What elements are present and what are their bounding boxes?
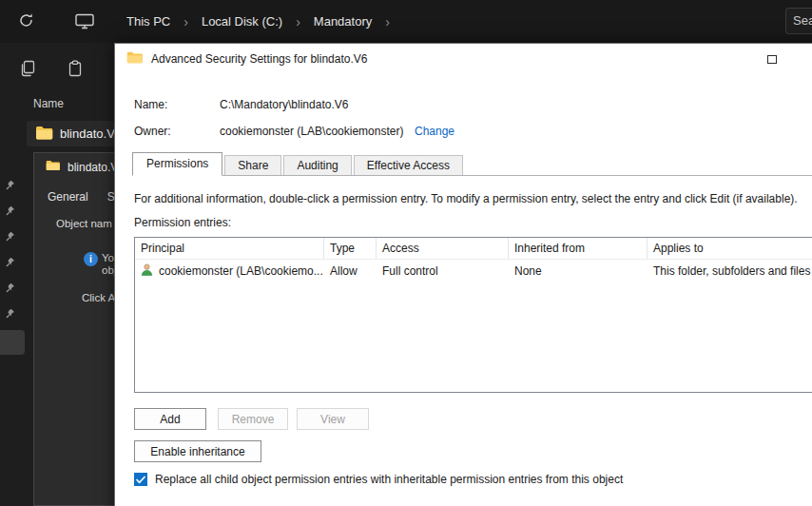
explorer-window: This PC › Local Disk (C:) › Mandatory › …	[0, 0, 812, 506]
address-bar: This PC › Local Disk (C:) › Mandatory › …	[0, 0, 812, 43]
permission-entries-label: Permission entries:	[134, 216, 231, 229]
pin-icon	[5, 254, 15, 264]
enable-inheritance-button[interactable]: Enable inheritance	[134, 440, 261, 462]
breadcrumb-local-disk[interactable]: Local Disk (C:)	[202, 14, 282, 29]
tab-share[interactable]: Share	[224, 155, 281, 175]
owner-value: cookiemonster (LAB\cookiemonster)	[220, 125, 403, 138]
column-header-access[interactable]: Access	[377, 238, 509, 259]
column-header-type[interactable]: Type	[324, 238, 377, 259]
refresh-icon[interactable]	[18, 12, 35, 29]
change-owner-link[interactable]: Change	[415, 125, 454, 138]
dialog-tabs: Permissions Share Auditing Effective Acc…	[132, 154, 812, 176]
table-header-row: Principal Type Access Inherited from App…	[135, 238, 812, 260]
breadcrumb-this-pc[interactable]: This PC	[126, 14, 170, 29]
object-name-label: Object nam	[56, 218, 112, 229]
column-header-principal[interactable]: Principal	[135, 238, 324, 259]
pin-icon	[5, 203, 15, 213]
column-header-name[interactable]: Name	[33, 97, 64, 110]
properties-dialog-title: blindato.V	[68, 161, 118, 174]
maximize-icon	[767, 55, 777, 64]
advanced-security-dialog: Advanced Security Settings for blindato.…	[114, 43, 812, 506]
this-pc-icon[interactable]	[75, 13, 94, 29]
nav-selected-item[interactable]	[0, 330, 25, 355]
replace-permissions-checkbox[interactable]	[134, 473, 147, 486]
breadcrumb-chevron-icon[interactable]: ›	[296, 15, 300, 29]
tab-auditing[interactable]: Auditing	[283, 155, 351, 175]
name-value: C:\Mandatory\blindato.V6	[220, 98, 348, 111]
breadcrumb-chevron-icon[interactable]: ›	[385, 15, 390, 29]
table-row[interactable]: cookiemonster (LAB\cookiemo... Allow Ful…	[135, 260, 812, 282]
name-label: Name:	[134, 98, 167, 111]
column-header-applies-to[interactable]: Applies to	[648, 238, 812, 259]
search-input[interactable]: Sea	[785, 8, 812, 34]
remove-button: Remove	[218, 408, 288, 430]
column-header-inherited-from[interactable]: Inherited from	[509, 238, 648, 259]
view-button: View	[297, 408, 369, 430]
breadcrumb-chevron-icon[interactable]: ›	[184, 15, 188, 29]
file-item-blindato[interactable]: blindato.V6	[27, 121, 116, 146]
dialog-titlebar: Advanced Security Settings for blindato.…	[126, 51, 367, 67]
breadcrumb-mandatory[interactable]: Mandatory	[314, 14, 372, 29]
pin-icon	[5, 177, 15, 187]
tab-general[interactable]: General	[48, 190, 88, 204]
properties-dialog-titlebar: blindato.V	[46, 160, 118, 174]
folder-icon	[126, 51, 143, 67]
user-icon	[140, 263, 154, 280]
permission-entries-table: Principal Type Access Inherited from App…	[134, 237, 812, 393]
file-item-label: blindato.V6	[60, 126, 116, 141]
copy-icon[interactable]	[19, 60, 36, 77]
tab-effective-access[interactable]: Effective Access	[354, 155, 463, 175]
cell-inherited-from: None	[509, 264, 648, 278]
info-icon: i	[84, 252, 98, 266]
pin-icon	[5, 280, 15, 290]
search-text: Sea	[793, 13, 812, 28]
owner-label: Owner:	[134, 125, 171, 138]
tab-permissions[interactable]: Permissions	[132, 152, 222, 176]
maximize-button[interactable]	[762, 50, 783, 68]
pin-icon	[5, 228, 15, 239]
cell-access: Full control	[377, 264, 509, 278]
folder-icon	[35, 126, 53, 143]
pin-icon	[5, 305, 15, 316]
cell-type: Allow	[324, 264, 377, 278]
breadcrumb: This PC › Local Disk (C:) › Mandatory ›	[126, 0, 390, 43]
replace-permissions-label[interactable]: Replace all child object permission entr…	[155, 473, 623, 486]
dialog-title: Advanced Security Settings for blindato.…	[151, 52, 367, 66]
paste-icon[interactable]	[67, 60, 84, 77]
cell-applies-to: This folder, subfolders and files	[648, 264, 812, 278]
add-button[interactable]: Add	[134, 408, 206, 430]
cell-principal: cookiemonster (LAB\cookiemo...	[159, 264, 323, 278]
replace-permissions-row: Replace all child object permission entr…	[134, 473, 623, 486]
permissions-help-text: For additional information, double-click…	[134, 192, 798, 205]
folder-icon	[46, 160, 60, 174]
